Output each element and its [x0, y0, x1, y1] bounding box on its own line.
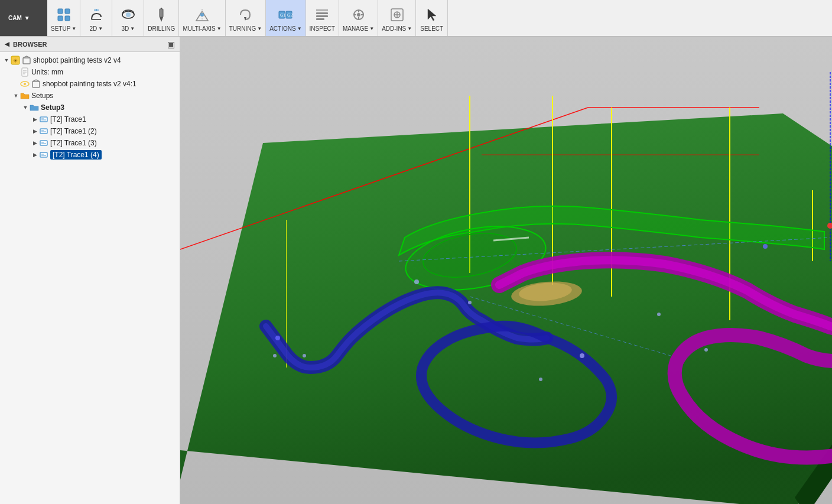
drilling-icon [153, 6, 170, 23]
tree-item-setup3[interactable]: Setup3 [0, 102, 180, 113]
manage-label: MANAGE ▼ [343, 25, 374, 32]
viewport-svg [180, 37, 832, 504]
viewport[interactable] [180, 37, 832, 504]
3d-label: 3D ▼ [121, 25, 135, 32]
inspect-icon-area [314, 4, 330, 25]
tree-item-setups[interactable]: Setups [0, 90, 180, 102]
tree-item-units[interactable]: Units: mm [0, 66, 180, 78]
inspect-label: INSPECT [310, 25, 335, 32]
svg-point-25 [357, 13, 360, 17]
tree-item-trace1-3[interactable]: [T2] Trace1 (3) [0, 137, 180, 149]
toolbar-addins[interactable]: ADD-INS ▼ [378, 0, 416, 36]
box-icon-root [22, 56, 31, 65]
op-icon-trace1 [39, 115, 48, 124]
tree-arrow-setups [12, 92, 20, 100]
op-icon-trace1-3 [39, 138, 48, 148]
svg-point-39 [24, 83, 26, 85]
3d-icon-area [120, 4, 136, 25]
toolbar-3d[interactable]: 3D ▼ [112, 0, 144, 36]
svg-point-76 [763, 244, 768, 249]
cam-label: CAM [8, 15, 22, 21]
inspect-icon [314, 6, 330, 23]
cam-menu[interactable]: CAM ▼ [0, 0, 47, 36]
toolbar-inspect[interactable]: INSPECT [306, 0, 339, 36]
svg-rect-0 [58, 9, 63, 14]
svg-rect-17 [316, 15, 328, 17]
svg-rect-33 [23, 58, 30, 64]
tree-arrow-units [12, 68, 20, 76]
select-icon-area [424, 4, 440, 25]
tree-label-units: Units: mm [31, 68, 63, 76]
svg-point-77 [539, 378, 542, 381]
setup-folder-icon [30, 103, 39, 112]
tree-item-root[interactable]: ☀ shopbot painting tests v2 v4 [0, 54, 180, 66]
tree-label-trace1-2: [T2] Trace1 (2) [50, 127, 97, 135]
2d-icon-area [88, 4, 105, 25]
browser-header: ◀ BROWSER ▣ [0, 37, 180, 52]
svg-point-74 [580, 353, 584, 358]
op-icon-trace1-4 [39, 150, 48, 160]
browser-tree: ☀ shopbot painting tests v2 v4 Units: mm [0, 52, 180, 504]
tree-item-trace1[interactable]: [T2] Trace1 [0, 113, 180, 125]
multiaxis-label: MULTI-AXIS ▼ [183, 25, 221, 32]
svg-rect-16 [316, 12, 328, 14]
svg-point-79 [303, 354, 306, 357]
svg-text:G2: G2 [287, 13, 292, 17]
tree-arrow-trace1-2 [31, 127, 39, 135]
tree-item-model[interactable]: shopbot painting tests v2 v4:1 [0, 78, 180, 90]
root-icon: ☀ [11, 56, 20, 65]
svg-rect-6 [160, 9, 163, 17]
setup-label: SETUP ▼ [51, 25, 76, 32]
svg-rect-18 [316, 18, 324, 20]
svg-point-80 [273, 354, 277, 357]
manage-icon-area [350, 4, 367, 25]
toolbar-manage[interactable]: MANAGE ▼ [339, 0, 378, 36]
select-icon [424, 6, 440, 23]
actions-icon-area: G1 G2 [277, 4, 294, 25]
drilling-label: DRILLING [148, 25, 175, 32]
svg-text:☀: ☀ [13, 58, 18, 64]
2d-label: 2D ▼ [89, 25, 103, 32]
tree-label-setups: Setups [31, 92, 53, 100]
manage-icon [350, 6, 367, 23]
svg-rect-2 [65, 9, 70, 14]
tree-label-trace1-3: [T2] Trace1 (3) [50, 139, 97, 147]
toolbar-drilling[interactable]: DRILLING [144, 0, 179, 36]
svg-point-78 [275, 336, 280, 340]
toolbar-2d[interactable]: 2D ▼ [80, 0, 112, 36]
svg-rect-40 [32, 82, 40, 87]
svg-point-73 [657, 313, 661, 316]
browser-collapse-btn[interactable]: ▣ [167, 40, 175, 49]
2d-icon [88, 6, 105, 23]
turning-icon-area [237, 4, 254, 25]
toolbar-select[interactable]: SELECT [416, 0, 448, 36]
tree-arrow-model [12, 80, 20, 88]
svg-rect-50 [40, 152, 47, 157]
toolbar-multiaxis[interactable]: MULTI-AXIS ▼ [179, 0, 225, 36]
tree-label-trace1: [T2] Trace1 [50, 115, 86, 123]
tree-item-trace1-2[interactable]: [T2] Trace1 (2) [0, 125, 180, 137]
svg-point-5 [126, 12, 131, 17]
drilling-icon-area [153, 4, 170, 25]
cam-arrow: ▼ [24, 15, 30, 21]
tree-item-trace1-4[interactable]: [T2] Trace1 (4) [0, 149, 180, 161]
tree-arrow-trace1-3 [31, 139, 39, 147]
sidebar: ◀ BROWSER ▣ ☀ shopbot painting tests v2 … [0, 37, 180, 504]
multiaxis-icon [194, 6, 210, 23]
toolbar-actions[interactable]: G1 G2 ACTIONS ▼ [266, 0, 306, 36]
svg-rect-44 [40, 129, 47, 134]
browser-title: ◀ BROWSER [5, 41, 47, 48]
tree-label-model: shopbot painting tests v2 v4:1 [43, 80, 136, 88]
toolbar-setup[interactable]: SETUP ▼ [47, 0, 80, 36]
tree-label-root: shopbot painting tests v2 v4 [33, 56, 121, 64]
svg-rect-3 [65, 16, 70, 21]
op-icon-trace1-2 [39, 126, 48, 136]
svg-rect-47 [40, 141, 47, 145]
toolbar-turning[interactable]: TURNING ▼ [226, 0, 266, 36]
main-area: ◀ BROWSER ▣ ☀ shopbot painting tests v2 … [0, 37, 832, 504]
folder-icon-setups [20, 91, 30, 100]
addins-icon [389, 6, 405, 23]
svg-marker-7 [160, 17, 163, 22]
doc-icon [20, 67, 30, 77]
addins-label: ADD-INS ▼ [382, 25, 412, 32]
